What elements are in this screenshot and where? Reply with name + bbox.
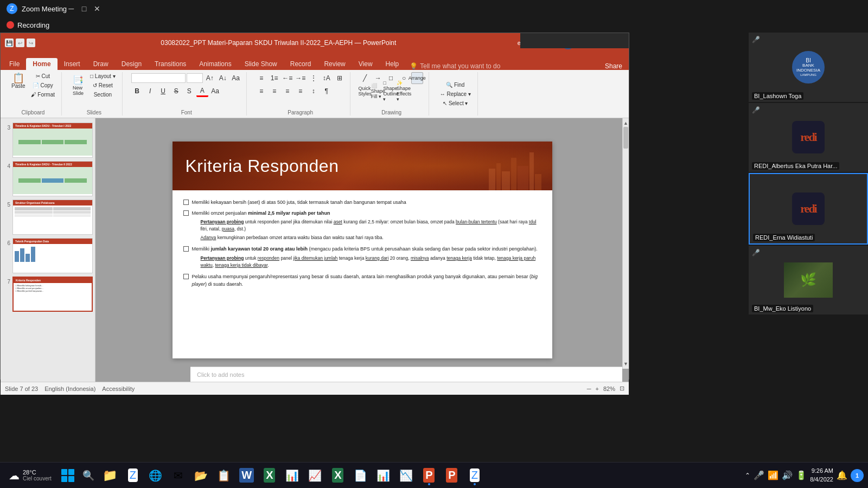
taskbar-edge[interactable]: 🌐 <box>145 465 167 486</box>
taskbar-app5[interactable]: 📉 <box>395 465 417 486</box>
wifi-icon[interactable]: 📶 <box>768 470 778 480</box>
search-button[interactable]: 🔍 <box>80 467 97 484</box>
select-btn[interactable]: ↖ Select ▾ <box>438 99 473 107</box>
notification-badge[interactable]: 1 <box>851 469 864 482</box>
columns-btn[interactable]: ⋮ <box>308 72 320 84</box>
font-size-input[interactable] <box>187 73 203 83</box>
slide-thumb-5[interactable]: 5 Struktur Organisasi Pelaksana <box>3 200 93 235</box>
notes-area[interactable]: Click to add notes <box>190 367 622 382</box>
mic-status-icon[interactable]: 🎤 <box>754 470 764 480</box>
italic-btn[interactable]: I <box>144 85 156 97</box>
scroll-thumb[interactable] <box>623 127 628 149</box>
taskbar-mail[interactable]: ✉ <box>168 465 189 486</box>
taskbar-excel[interactable]: X <box>259 465 280 486</box>
slide-preview-4[interactable]: Timeline & Kegiatan SKDU - Triwulan II 2… <box>12 161 93 196</box>
shadow-btn[interactable]: S <box>183 85 195 97</box>
shape-arrow-btn[interactable]: → <box>372 72 384 84</box>
bold-btn[interactable]: B <box>131 85 143 97</box>
shape-outline-btn[interactable]: □ Shape Outline ▾ <box>385 85 397 97</box>
new-slide-btn[interactable]: 📑 NewSlide <box>71 74 86 97</box>
slide-thumb-7[interactable]: 7 Kriteria Responden □ Memiliki kekayaan… <box>3 277 93 312</box>
shape-line-btn[interactable]: ╱ <box>359 72 371 84</box>
strikethrough-btn[interactable]: S <box>170 85 182 97</box>
minimize-btn[interactable]: ─ <box>67 4 75 13</box>
taskbar-word[interactable]: W <box>236 465 258 486</box>
share-btn[interactable]: Share <box>598 62 629 70</box>
taskbar-zoom[interactable]: Z <box>122 465 144 486</box>
taskbar-app3[interactable]: 📈 <box>304 465 326 486</box>
maximize-btn[interactable]: □ <box>80 4 88 13</box>
reset-btn[interactable]: ↺ Reset <box>88 81 118 89</box>
bullets-btn[interactable]: ≡ <box>256 72 267 84</box>
tab-home[interactable]: Home <box>26 58 57 70</box>
align-left-btn[interactable]: ≡ <box>256 85 267 97</box>
slide-panel[interactable]: 3 Timeline & Kegiatan SKDU - Triwulan I … <box>1 118 95 382</box>
increase-indent-btn[interactable]: →≡ <box>295 72 307 84</box>
tab-transitions[interactable]: Transitions <box>148 58 193 70</box>
taskbar-powerpoint[interactable]: P <box>418 465 440 486</box>
taskbar-app1[interactable]: 📋 <box>213 465 235 486</box>
copy-btn[interactable]: 📄 Copy <box>29 81 57 89</box>
tab-help[interactable]: Help <box>379 58 406 70</box>
tell-me-bar[interactable]: 💡 Tell me what you want to do <box>410 62 500 70</box>
font-decrease-btn[interactable]: A↓ <box>217 72 229 84</box>
font-color-btn[interactable]: A <box>196 85 208 97</box>
tab-slideshow[interactable]: Slide Show <box>238 58 284 70</box>
volume-icon[interactable]: 🔊 <box>782 470 793 480</box>
font-increase-btn[interactable]: A↑ <box>204 72 216 84</box>
layout-btn[interactable]: □ Layout ▾ <box>88 72 118 80</box>
taskbar-powerpoint2[interactable]: P <box>441 465 463 486</box>
tab-draw[interactable]: Draw <box>87 58 115 70</box>
slide-edit-area[interactable]: ▲ ▼ <box>95 118 629 382</box>
underline-btn[interactable]: U <box>157 85 169 97</box>
find-btn[interactable]: 🔍 Find <box>438 81 473 89</box>
justify-btn[interactable]: ≡ <box>295 85 307 97</box>
slide-thumb-6[interactable]: 6 Teknik Pengumpulan Data <box>3 238 93 273</box>
shape-effects-btn[interactable]: ✨ Shape Effects ▾ <box>398 85 410 97</box>
align-btn[interactable]: ⊞ <box>334 72 346 84</box>
slide-thumb-4[interactable]: 4 Timeline & Kegiatan SKDU - Triwulan II… <box>3 161 93 196</box>
system-tray-arrow[interactable]: ⌃ <box>745 472 750 479</box>
font-bg-btn[interactable]: Aa <box>209 85 221 97</box>
tab-review[interactable]: Review <box>317 58 352 70</box>
taskbar-folder[interactable]: 📂 <box>190 465 212 486</box>
tab-insert[interactable]: Insert <box>58 58 87 70</box>
font-name-input[interactable] <box>131 73 186 83</box>
battery-icon[interactable]: 🔋 <box>796 470 807 480</box>
start-button[interactable] <box>58 466 78 485</box>
replace-btn[interactable]: ↔ Replace ▾ <box>438 90 473 98</box>
tab-record[interactable]: Record <box>284 58 318 70</box>
notification-icon[interactable]: 🔔 <box>837 470 847 480</box>
tab-design[interactable]: Design <box>115 58 148 70</box>
line-spacing-btn[interactable]: ↕ <box>308 85 320 97</box>
close-btn[interactable]: ✕ <box>93 4 101 13</box>
decrease-indent-btn[interactable]: ←≡ <box>282 72 293 84</box>
fit-slide-btn[interactable]: ⊡ <box>620 385 624 392</box>
clear-format-btn[interactable]: Aa <box>230 72 242 84</box>
tab-view[interactable]: View <box>352 58 379 70</box>
slide-thumb-3[interactable]: 3 Timeline & Kegiatan SKDU - Triwulan I … <box>3 123 93 158</box>
text-direction-btn[interactable]: ↕A <box>321 72 333 84</box>
taskbar-file-explorer[interactable]: 📁 <box>99 465 121 486</box>
slide-preview-5[interactable]: Struktur Organisasi Pelaksana <box>12 200 93 235</box>
scroll-down-arrow[interactable]: ▼ <box>623 361 628 367</box>
tab-animations[interactable]: Animations <box>193 58 238 70</box>
shape-fill-btn[interactable]: ⬜ Shape Fill ▾ <box>372 85 384 97</box>
tab-file[interactable]: File <box>3 58 26 70</box>
quick-styles-btn[interactable]: QuickStyles <box>359 85 371 97</box>
taskbar-pdf[interactable]: 📄 <box>350 465 372 486</box>
taskbar-app2[interactable]: 📊 <box>282 465 303 486</box>
slide-preview-6[interactable]: Teknik Pengumpulan Data <box>12 238 93 273</box>
para-spacing-btn[interactable]: ¶ <box>321 85 333 97</box>
paste-btn[interactable]: 📋 Paste <box>9 72 28 99</box>
cut-btn[interactable]: ✂ Cut <box>29 72 57 80</box>
taskbar-app4[interactable]: 📊 <box>373 465 394 486</box>
vertical-scrollbar[interactable]: ▲ ▼ <box>622 118 629 369</box>
format-painter-btn[interactable]: 🖌 Format <box>29 91 57 99</box>
slide-preview-3[interactable]: Timeline & Kegiatan SKDU - Triwulan I 20… <box>12 123 93 158</box>
align-right-btn[interactable]: ≡ <box>282 85 293 97</box>
scroll-up-arrow[interactable]: ▲ <box>623 120 628 126</box>
arrange-btn[interactable]: Arrange <box>411 72 423 84</box>
taskbar-excel2[interactable]: X <box>327 465 349 486</box>
slide-preview-7[interactable]: Kriteria Responden □ Memiliki kekayaan b… <box>12 277 93 312</box>
